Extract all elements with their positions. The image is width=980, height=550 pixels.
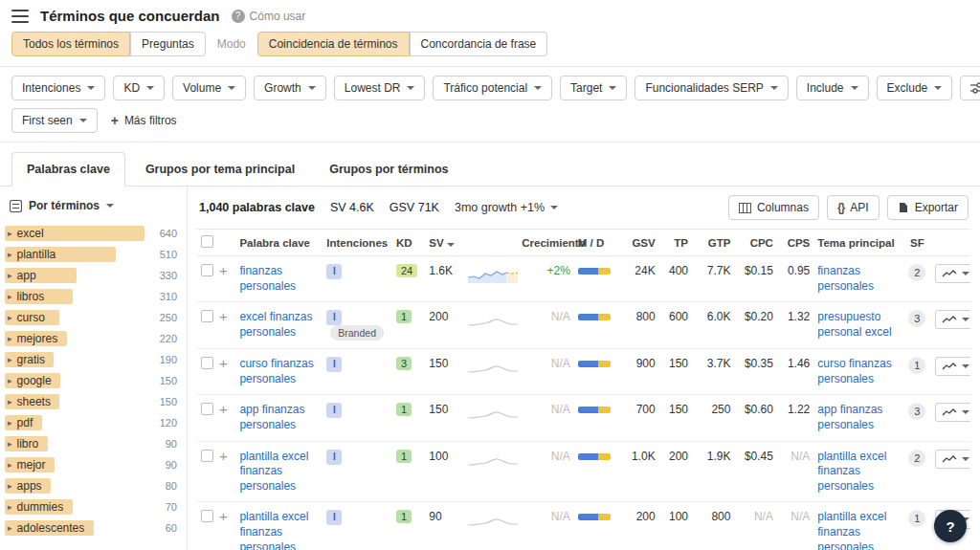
- terms-view-dropdown[interactable]: Por términos: [0, 187, 187, 221]
- sidebar-term[interactable]: ▸libros310: [0, 286, 187, 307]
- col-header-md[interactable]: M / D: [574, 230, 614, 256]
- tab-terms-match[interactable]: Coincidencia de términos: [257, 32, 410, 56]
- row-checkbox[interactable]: [201, 264, 213, 276]
- serp-features-badge[interactable]: 2: [908, 450, 925, 467]
- page-title: Términos que concuerdan: [40, 8, 220, 24]
- sidebar-term-bar: [5, 268, 77, 283]
- sidebar-term[interactable]: ▸sheets150: [0, 391, 187, 412]
- filter-kd[interactable]: KD: [113, 76, 165, 100]
- filter-intents[interactable]: Intenciones: [11, 76, 105, 100]
- sidebar-term[interactable]: ▸app330: [0, 265, 187, 286]
- col-header-cps[interactable]: CPS: [777, 230, 813, 256]
- col-header-sv[interactable]: SV: [425, 230, 463, 256]
- growth-period-dropdown[interactable]: 3mo growth +1%: [455, 201, 558, 214]
- filter-exclude[interactable]: Exclude: [877, 76, 953, 100]
- keyword-link[interactable]: excel finanzas personales: [239, 310, 319, 340]
- add-to-list-icon[interactable]: +: [219, 357, 228, 369]
- help-button[interactable]: ?: [934, 510, 967, 542]
- presets-button[interactable]: Preajustes: [960, 76, 980, 100]
- filter-serp-features[interactable]: Funcionalidades SERP: [635, 76, 788, 100]
- serp-features-badge[interactable]: 1: [908, 510, 925, 527]
- api-button[interactable]: {} API: [827, 195, 880, 220]
- tab-term-groups[interactable]: Grupos por términos: [315, 153, 462, 186]
- keyword-link[interactable]: curso finanzas personales: [239, 357, 319, 386]
- col-header-gsv[interactable]: GSV: [614, 230, 658, 256]
- how-to-use-link[interactable]: ? Cómo usar: [232, 10, 306, 23]
- col-header-keyword[interactable]: Palabra clave: [235, 230, 323, 256]
- intent-badge: I: [326, 510, 342, 525]
- row-checkbox[interactable]: [201, 403, 213, 415]
- sidebar-term[interactable]: ▸pdf120: [0, 412, 187, 433]
- filter-lowest-dr[interactable]: Lowest DR: [334, 76, 426, 100]
- sidebar-term[interactable]: ▸plantilla510: [0, 244, 187, 265]
- filter-target[interactable]: Target: [560, 76, 627, 100]
- sidebar-term[interactable]: ▸dummies70: [0, 496, 187, 517]
- select-all-checkbox[interactable]: [201, 235, 213, 248]
- parent-topic-link[interactable]: plantilla excel finanzas personales grat…: [817, 510, 899, 550]
- serp-overview-dropdown[interactable]: [935, 357, 970, 376]
- sidebar-term[interactable]: ▸adolescentes60: [0, 517, 187, 539]
- add-to-list-icon[interactable]: +: [219, 264, 228, 276]
- filter-first-seen[interactable]: First seen: [11, 108, 98, 133]
- filter-include[interactable]: Include: [796, 76, 869, 100]
- parent-topic-link[interactable]: plantilla excel finanzas personales: [817, 450, 899, 495]
- col-header-gtp[interactable]: GTP: [692, 230, 734, 256]
- keyword-link[interactable]: plantilla excel finanzas personales: [239, 450, 319, 495]
- branded-badge: Branded: [330, 325, 384, 341]
- add-to-list-icon[interactable]: +: [219, 450, 228, 462]
- col-header-intents[interactable]: Intenciones: [323, 230, 392, 256]
- keyword-link[interactable]: plantilla excel finanzas personales: [239, 510, 319, 550]
- col-header-topic[interactable]: Tema principal: [813, 230, 902, 256]
- menu-icon[interactable]: [11, 10, 29, 23]
- col-header-cpc[interactable]: CPC: [734, 230, 776, 256]
- parent-topic-link[interactable]: app finanzas personales: [817, 403, 899, 432]
- filter-growth[interactable]: Growth: [254, 76, 326, 100]
- sidebar-term[interactable]: ▸gratis190: [0, 349, 187, 370]
- parent-topic-link[interactable]: curso finanzas personales: [817, 357, 899, 386]
- col-header-kd[interactable]: KD: [392, 230, 425, 256]
- serp-overview-dropdown[interactable]: [935, 403, 970, 422]
- serp-features-badge[interactable]: 1: [908, 357, 925, 374]
- row-checkbox[interactable]: [201, 357, 213, 369]
- sidebar-term-count: 310: [160, 291, 177, 302]
- serp-overview-dropdown[interactable]: [935, 450, 970, 469]
- serp-features-badge[interactable]: 2: [908, 264, 925, 281]
- mobile-desktop-bar: [578, 453, 611, 460]
- filter-volume[interactable]: Volume: [172, 76, 246, 100]
- keywords-panel: 1,040 palabras clave SV 4.6K GSV 71K 3mo…: [188, 187, 980, 550]
- sidebar-term[interactable]: ▸google150: [0, 370, 187, 391]
- tab-questions[interactable]: Preguntas: [130, 32, 206, 56]
- serp-features-badge[interactable]: 3: [908, 403, 925, 420]
- cpc-value: N/A: [734, 502, 776, 550]
- sidebar-term[interactable]: ▸libro90: [0, 433, 187, 454]
- serp-overview-dropdown[interactable]: [935, 310, 970, 329]
- export-button[interactable]: Exportar: [887, 195, 969, 220]
- row-checkbox[interactable]: [201, 310, 213, 322]
- tab-all-terms[interactable]: Todos los términos: [11, 32, 130, 56]
- col-header-sf[interactable]: SF: [902, 230, 931, 256]
- sidebar-term[interactable]: ▸apps80: [0, 475, 187, 496]
- add-to-list-icon[interactable]: +: [219, 403, 228, 415]
- parent-topic-link[interactable]: finanzas personales: [817, 264, 899, 294]
- sidebar-term[interactable]: ▸mejor90: [0, 454, 187, 475]
- keyword-link[interactable]: finanzas personales: [239, 264, 319, 294]
- keyword-link[interactable]: app finanzas personales: [239, 403, 319, 432]
- sidebar-term[interactable]: ▸excel640: [0, 223, 187, 244]
- row-checkbox[interactable]: [201, 510, 213, 522]
- more-filters-button[interactable]: +Más filtros: [105, 109, 183, 132]
- sidebar-term[interactable]: ▸mejores220: [0, 328, 187, 349]
- tab-parent-topic-groups[interactable]: Grupos por tema principal: [131, 153, 309, 186]
- add-to-list-icon[interactable]: +: [219, 310, 228, 322]
- serp-features-badge[interactable]: 3: [908, 310, 925, 327]
- serp-overview-dropdown[interactable]: [935, 264, 970, 283]
- parent-topic-link[interactable]: presupuesto personal excel: [817, 310, 899, 340]
- tab-phrase-match[interactable]: Concordancia de frase: [410, 32, 548, 56]
- col-header-growth[interactable]: Crecimiento: [518, 230, 574, 256]
- sidebar-term[interactable]: ▸curso250: [0, 307, 187, 328]
- add-to-list-icon[interactable]: +: [219, 510, 228, 522]
- columns-button[interactable]: Columnas: [728, 195, 819, 220]
- filter-traffic-potential[interactable]: Tráfico potencial: [433, 76, 552, 100]
- row-checkbox[interactable]: [201, 450, 213, 462]
- col-header-tp[interactable]: TP: [659, 230, 692, 256]
- tab-keywords[interactable]: Palabras clave: [11, 152, 125, 187]
